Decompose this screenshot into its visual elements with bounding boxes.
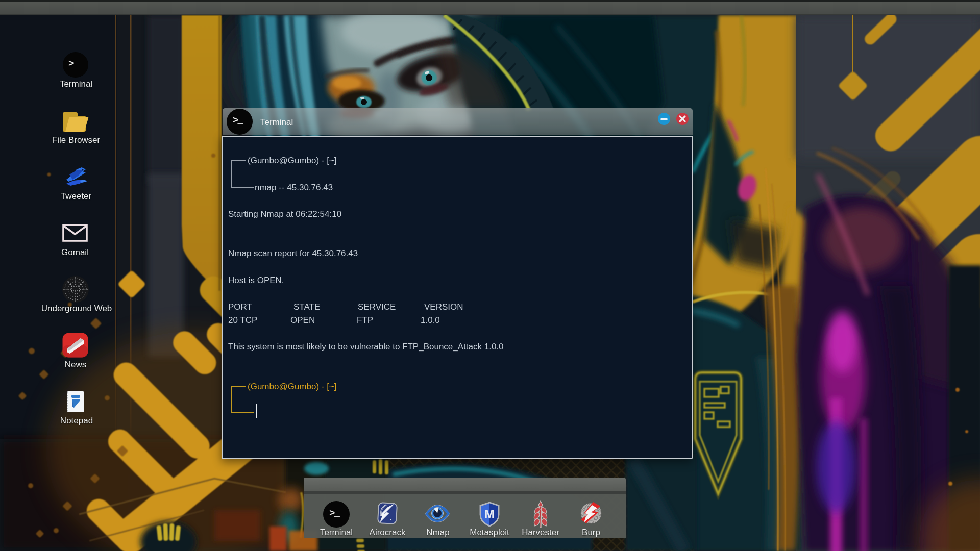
svg-text:M: M bbox=[484, 507, 495, 521]
